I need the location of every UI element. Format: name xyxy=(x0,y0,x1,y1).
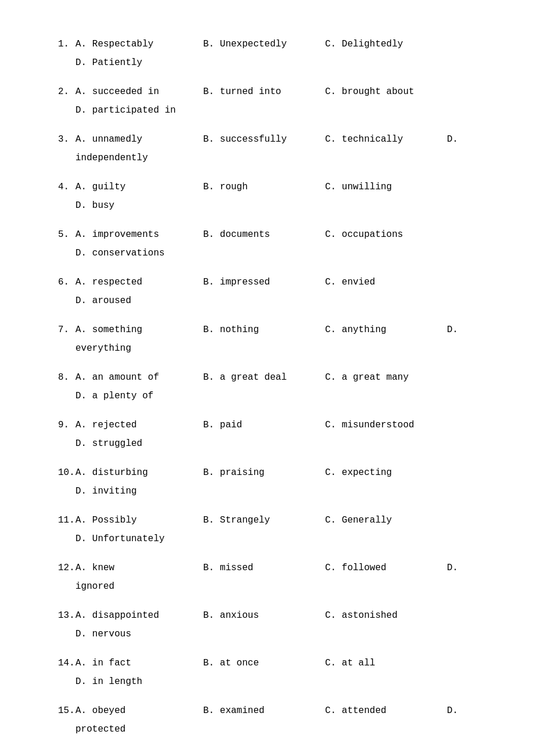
option-c-5: C. occupations xyxy=(325,225,441,244)
option-d-11: D. Unfortunately xyxy=(75,530,165,548)
question-number-14: 14. xyxy=(58,654,75,672)
option-d-5: D. conservations xyxy=(75,244,165,262)
option-a-11: A. Possibly xyxy=(75,511,197,530)
question-number-15: 15. xyxy=(58,701,75,720)
question-block-1: 1.A. RespectablyB. UnexpectedlyC. Deligh… xyxy=(58,35,476,72)
option-d-1: D. Patiently xyxy=(75,53,142,72)
question-row-11: 11.A. PossiblyB. StrangelyC. Generally xyxy=(58,511,476,530)
option-b-10: B. praising xyxy=(203,463,319,482)
question-row-14: 14.A. in factB. at onceC. at all xyxy=(58,654,476,672)
option-c-12: C. followed xyxy=(325,559,441,577)
option-d-row-8: D. a plenty of xyxy=(75,387,476,405)
option-c-13: C. astonished xyxy=(325,606,441,625)
option-b-6: B. impressed xyxy=(203,273,319,291)
option-c-2: C. brought about xyxy=(325,82,441,101)
option-c-14: C. at all xyxy=(325,654,441,672)
option-b-2: B. turned into xyxy=(203,82,319,101)
question-number-11: 11. xyxy=(58,511,75,530)
option-d-row-6: D. aroused xyxy=(75,291,476,310)
question-number-2: 2. xyxy=(58,82,75,101)
question-row-2: 2.A. succeeded inB. turned intoC. brough… xyxy=(58,82,476,101)
question-row-8: 8.A. an amount ofB. a great dealC. a gre… xyxy=(58,368,476,387)
option-c-7: C. anything xyxy=(325,321,441,339)
option-b-15: B. examined xyxy=(203,701,319,720)
question-number-8: 8. xyxy=(58,368,75,387)
option-c-6: C. envied xyxy=(325,273,441,291)
option-a-9: A. rejected xyxy=(75,416,197,434)
question-block-2: 2.A. succeeded inB. turned intoC. brough… xyxy=(58,82,476,120)
option-c-8: C. a great many xyxy=(325,368,441,387)
option-d-continuation-row-7: everything xyxy=(75,339,476,358)
option-b-11: B. Strangely xyxy=(203,511,319,530)
question-row-1: 1.A. RespectablyB. UnexpectedlyC. Deligh… xyxy=(58,35,476,53)
question-block-14: 14.A. in factB. at onceC. at allD. in le… xyxy=(58,654,476,691)
option-d-row-13: D. nervous xyxy=(75,625,476,643)
question-block-13: 13.A. disappointedB. anxiousC. astonishe… xyxy=(58,606,476,643)
question-row-13: 13.A. disappointedB. anxiousC. astonishe… xyxy=(58,606,476,625)
question-block-9: 9.A. rejectedB. paidC. misunderstoodD. s… xyxy=(58,416,476,453)
option-d-row-9: D. struggled xyxy=(75,434,476,453)
question-number-9: 9. xyxy=(58,416,75,434)
question-number-3: 3. xyxy=(58,130,75,149)
option-b-9: B. paid xyxy=(203,416,319,434)
question-row-6: 6.A. respectedB. impressedC. envied xyxy=(58,273,476,291)
question-number-10: 10. xyxy=(58,463,75,482)
question-number-1: 1. xyxy=(58,35,75,53)
question-row-5: 5.A. improvementsB. documentsC. occupati… xyxy=(58,225,476,244)
option-c-9: C. misunderstood xyxy=(325,416,441,434)
question-block-6: 6.A. respectedB. impressedC. enviedD. ar… xyxy=(58,273,476,310)
option-d-continuation-row-3: independently xyxy=(75,149,476,167)
option-a-10: A. disturbing xyxy=(75,463,197,482)
option-d-2: D. participated in xyxy=(75,101,176,120)
option-b-7: B. nothing xyxy=(203,321,319,339)
question-number-5: 5. xyxy=(58,225,75,244)
question-number-13: 13. xyxy=(58,606,75,625)
option-d-row-10: D. inviting xyxy=(75,482,476,501)
question-row-7: 7.A. somethingB. nothingC. anythingD. xyxy=(58,321,476,339)
option-c-3: C. technically xyxy=(325,130,441,149)
option-a-8: A. an amount of xyxy=(75,368,197,387)
option-a-2: A. succeeded in xyxy=(75,82,197,101)
question-block-3: 3.A. unnamedlyB. successfullyC. technica… xyxy=(58,130,476,167)
option-d-14: D. in length xyxy=(75,672,142,691)
option-a-3: A. unnamedly xyxy=(75,130,197,149)
question-number-12: 12. xyxy=(58,559,75,577)
question-block-12: 12.A. knewB. missedC. followedD.ignored xyxy=(58,559,476,596)
option-d-9: D. struggled xyxy=(75,434,142,453)
option-d-row-1: D. Patiently xyxy=(75,53,476,72)
question-row-3: 3.A. unnamedlyB. successfullyC. technica… xyxy=(58,130,476,149)
option-a-4: A. guilty xyxy=(75,178,197,196)
option-d-row-2: D. participated in xyxy=(75,101,476,120)
option-b-13: B. anxious xyxy=(203,606,319,625)
option-b-3: B. successfully xyxy=(203,130,319,149)
question-number-7: 7. xyxy=(58,321,75,339)
option-d-8: D. a plenty of xyxy=(75,387,153,405)
option-b-14: B. at once xyxy=(203,654,319,672)
question-block-8: 8.A. an amount ofB. a great dealC. a gre… xyxy=(58,368,476,405)
option-c-15: C. attended xyxy=(325,701,441,720)
option-d-row-4: D. busy xyxy=(75,196,476,215)
option-d-row-11: D. Unfortunately xyxy=(75,530,476,548)
question-block-7: 7.A. somethingB. nothingC. anythingD.eve… xyxy=(58,321,476,358)
option-a-13: A. disappointed xyxy=(75,606,197,625)
option-b-1: B. Unexpectedly xyxy=(203,35,319,53)
option-a-5: A. improvements xyxy=(75,225,197,244)
option-d-continuation-row-15: protected xyxy=(75,720,476,739)
question-row-9: 9.A. rejectedB. paidC. misunderstood xyxy=(58,416,476,434)
option-d-4: D. busy xyxy=(75,196,114,215)
question-block-4: 4.A. guiltyB. roughC. unwillingD. busy xyxy=(58,178,476,215)
option-d-row-5: D. conservations xyxy=(75,244,476,262)
question-number-4: 4. xyxy=(58,178,75,196)
option-a-14: A. in fact xyxy=(75,654,197,672)
option-d-row-14: D. in length xyxy=(75,672,476,691)
option-d-continuation-12: ignored xyxy=(75,577,114,596)
question-row-12: 12.A. knewB. missedC. followedD. xyxy=(58,559,476,577)
question-block-10: 10.A. disturbingB. praisingC. expectingD… xyxy=(58,463,476,501)
option-a-1: A. Respectably xyxy=(75,35,197,53)
option-d-10: D. inviting xyxy=(75,482,137,501)
option-b-8: B. a great deal xyxy=(203,368,319,387)
option-a-15: A. obeyed xyxy=(75,701,197,720)
option-a-7: A. something xyxy=(75,321,197,339)
option-c-1: C. Delightedly xyxy=(325,35,441,53)
option-c-11: C. Generally xyxy=(325,511,441,530)
